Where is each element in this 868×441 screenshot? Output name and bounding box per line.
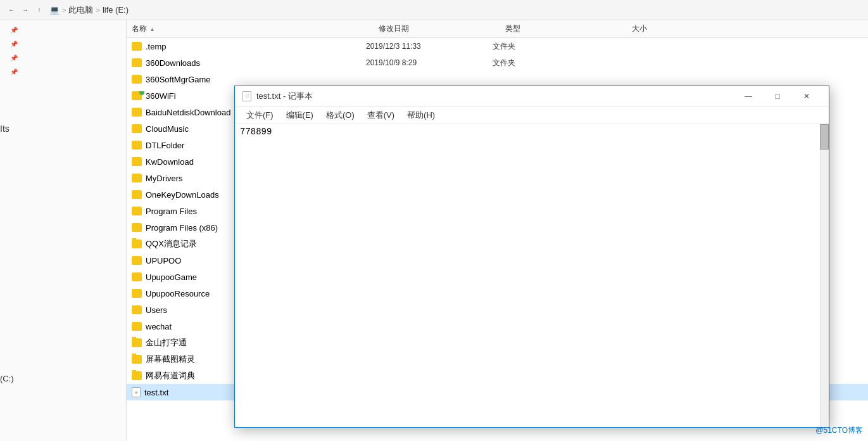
file-name-text: MyDrivers	[146, 174, 183, 183]
folder-icon	[132, 305, 142, 314]
scrollbar-thumb	[820, 124, 829, 150]
file-name-text: 360WiFi	[146, 91, 176, 101]
file-name-text: QQX消息记录	[146, 238, 197, 250]
file-name-text: UpupooResource	[146, 289, 210, 298]
notepad-window-controls: — □ ✕	[734, 86, 821, 106]
folder-icon	[132, 157, 142, 166]
folder-icon	[132, 141, 142, 150]
file-name-text: OneKeyDownLoads	[146, 190, 219, 200]
folder-icon	[132, 58, 142, 67]
up-button[interactable]: ↑	[33, 4, 46, 16]
txt-icon: ≡	[132, 387, 141, 397]
col-header-name[interactable]: 名称 ▲	[132, 23, 379, 34]
menu-format[interactable]: 格式(O)	[320, 107, 361, 124]
menu-help[interactable]: 帮助(H)	[401, 107, 441, 124]
notepad-title: test.txt - 记事本	[256, 91, 313, 102]
file-name-text: .temp	[146, 42, 167, 51]
minimize-button[interactable]: —	[734, 86, 763, 106]
breadcrumb-pc[interactable]: 此电脑	[68, 4, 93, 16]
nav-icons: ← → ↑	[5, 4, 46, 16]
notepad-title-left: 📄 test.txt - 记事本	[242, 91, 313, 102]
file-date-cell: 2019/12/3 11:33	[366, 42, 493, 51]
breadcrumb: 💻 > 此电脑 > life (E:)	[49, 4, 129, 16]
pin-icon: 📌	[10, 27, 19, 34]
col-header-date[interactable]: 修改日期	[379, 23, 505, 34]
menu-edit[interactable]: 编辑(E)	[280, 107, 320, 124]
file-name-text: KwDownload	[146, 157, 194, 167]
folder-icon	[132, 371, 142, 380]
pin-icon-3: 📌	[10, 54, 19, 61]
notepad-menubar: 文件(F) 编辑(E) 格式(O) 查看(V) 帮助(H)	[235, 106, 829, 124]
sidebar-item-2[interactable]: 📌	[0, 37, 126, 51]
pin-icon-2: 📌	[10, 41, 19, 48]
column-headers: 名称 ▲ 修改日期 类型 大小	[127, 20, 868, 38]
folder-icon	[132, 256, 142, 265]
file-name-text: DTLFolder	[146, 141, 184, 150]
file-name-text: UpupooGame	[146, 272, 197, 282]
notepad-doc-icon: 📄	[242, 91, 251, 101]
file-name-text: 网易有道词典	[146, 370, 195, 381]
file-name-text: 屏幕截图精灵	[146, 354, 195, 365]
sidebar-item-3[interactable]: 📌	[0, 51, 126, 65]
folder-icon	[132, 289, 142, 298]
file-name-text: test.txt	[144, 388, 168, 397]
close-button[interactable]: ✕	[792, 86, 821, 106]
file-name-text: 360SoftMgrGame	[146, 75, 211, 84]
back-button[interactable]: ←	[5, 4, 18, 16]
menu-file[interactable]: 文件(F)	[240, 107, 280, 124]
file-name-text: wechat	[146, 322, 172, 331]
breadcrumb-icon: 💻	[49, 5, 60, 15]
forward-button[interactable]: →	[19, 4, 32, 16]
folder-icon	[132, 322, 142, 331]
folder-icon	[132, 240, 142, 248]
menu-view[interactable]: 查看(V)	[361, 107, 401, 124]
file-name-text: CloudMusic	[146, 124, 189, 134]
notepad-window: 📄 test.txt - 记事本 — □ ✕ 文件(F) 编辑(E) 格式(O)…	[234, 86, 829, 428]
maximize-button[interactable]: □	[763, 86, 792, 106]
folder-icon	[132, 124, 142, 133]
left-partial-c: (C:)	[0, 374, 14, 383]
breadcrumb-drive[interactable]: life (E:)	[103, 5, 129, 15]
file-name-text: 360Downloads	[146, 58, 200, 68]
folder-icon	[132, 272, 142, 281]
sidebar-item-1[interactable]: 📌	[0, 23, 126, 37]
folder-icon	[132, 355, 142, 364]
file-name-cell: .temp	[132, 42, 366, 51]
sort-arrow: ▲	[149, 26, 155, 32]
file-name-text: 金山打字通	[146, 337, 187, 348]
file-name-text: Users	[146, 305, 167, 315]
file-date-cell: 2019/10/9 8:29	[366, 58, 493, 67]
folder-icon	[132, 75, 142, 84]
explorer-toolbar: ← → ↑ 💻 > 此电脑 > life (E:)	[0, 0, 868, 20]
file-name-text: UPUPOO	[146, 256, 181, 265]
folder-icon	[132, 207, 142, 215]
pin-icon-4: 📌	[10, 68, 19, 75]
notepad-titlebar: 📄 test.txt - 记事本 — □ ✕	[235, 86, 829, 106]
sidebar: 📌 📌 📌 📌	[0, 20, 127, 441]
sidebar-item-4[interactable]: 📌	[0, 65, 126, 79]
file-name-text: Program Files	[146, 207, 197, 216]
col-header-size[interactable]: 大小	[632, 23, 727, 34]
file-name-text: BaiduNetdiskDownload	[146, 108, 230, 117]
file-name-cell: 360Downloads	[132, 58, 366, 68]
folder-icon	[132, 108, 142, 117]
folder-icon	[132, 190, 142, 199]
col-header-type[interactable]: 类型	[505, 23, 632, 34]
file-row[interactable]: 360Downloads2019/10/9 8:29文件夹	[127, 54, 868, 71]
file-type-cell: 文件夹	[493, 58, 619, 68]
file-row[interactable]: .temp2019/12/3 11:33文件夹	[127, 38, 868, 54]
folder-icon	[132, 338, 142, 347]
folder-icon	[132, 42, 142, 51]
notepad-editor[interactable]: 778899	[235, 124, 829, 427]
file-name-text: Program Files (x86)	[146, 223, 218, 233]
notepad-content: 778899	[240, 127, 272, 137]
left-partial-its: Its	[0, 124, 9, 134]
file-type-cell: 文件夹	[493, 41, 619, 52]
notepad-scrollbar[interactable]	[820, 124, 829, 427]
folder-icon	[132, 174, 142, 182]
folder-icon	[132, 223, 142, 232]
file-name-cell: 360SoftMgrGame	[132, 75, 366, 84]
